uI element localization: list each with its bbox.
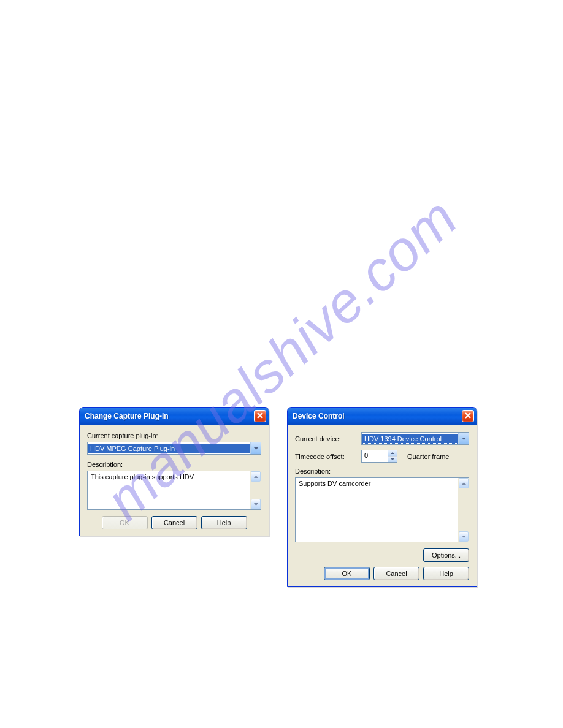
scroll-down-icon[interactable] bbox=[251, 499, 261, 509]
timecode-offset-value[interactable]: 0 bbox=[361, 450, 388, 463]
scrollbar[interactable] bbox=[458, 478, 469, 542]
device-control-dialog: Device Control Current device: HDV 1394 … bbox=[287, 407, 477, 587]
titlebar[interactable]: Device Control bbox=[288, 408, 477, 425]
description-label: Description: bbox=[87, 461, 261, 468]
description-text: This capture plug-in supports HDV. bbox=[88, 471, 250, 509]
chevron-down-icon[interactable] bbox=[250, 442, 261, 454]
current-device-combo[interactable]: HDV 1394 Device Control bbox=[361, 432, 469, 445]
options-button[interactable]: Options... bbox=[423, 548, 469, 562]
scrollbar[interactable] bbox=[250, 471, 261, 509]
combo-selected-text: HDV 1394 Device Control bbox=[362, 434, 458, 444]
close-icon bbox=[465, 412, 471, 420]
dialog-title: Device Control bbox=[293, 412, 345, 420]
cancel-button[interactable]: Cancel bbox=[373, 567, 419, 580]
spin-down-icon[interactable] bbox=[388, 457, 397, 462]
scroll-down-icon[interactable] bbox=[459, 531, 469, 542]
cancel-button[interactable]: Cancel bbox=[151, 516, 197, 529]
timecode-unit-label: Quarter frame bbox=[407, 453, 449, 460]
description-textarea[interactable]: This capture plug-in supports HDV. bbox=[87, 471, 261, 510]
close-button[interactable] bbox=[254, 410, 266, 422]
help-button[interactable]: Help bbox=[423, 567, 469, 580]
close-icon bbox=[257, 412, 263, 420]
ok-button: OK bbox=[102, 516, 148, 529]
current-plugin-combo[interactable]: HDV MPEG Capture Plug-in bbox=[87, 442, 261, 455]
timecode-offset-spinner[interactable]: 0 bbox=[361, 450, 397, 463]
scroll-up-icon[interactable] bbox=[459, 478, 469, 488]
description-textarea[interactable]: Supports DV camcorder bbox=[295, 477, 469, 542]
current-plugin-label: Current capture plug-in: bbox=[87, 432, 261, 439]
timecode-offset-label: Timecode offset: bbox=[295, 453, 356, 460]
spin-up-icon[interactable] bbox=[388, 450, 397, 457]
dialog-title: Change Capture Plug-in bbox=[85, 412, 169, 420]
ok-button[interactable]: OK bbox=[324, 567, 370, 580]
combo-selected-text: HDV MPEG Capture Plug-in bbox=[88, 444, 250, 453]
scroll-up-icon[interactable] bbox=[251, 471, 261, 482]
description-label: Description: bbox=[295, 468, 469, 475]
change-capture-plugin-dialog: Change Capture Plug-in Current capture p… bbox=[79, 407, 269, 536]
description-text: Supports DV camcorder bbox=[296, 478, 458, 542]
close-button[interactable] bbox=[462, 410, 474, 422]
titlebar[interactable]: Change Capture Plug-in bbox=[80, 408, 269, 425]
current-device-label: Current device: bbox=[295, 435, 356, 442]
help-button[interactable]: Help bbox=[201, 516, 247, 529]
chevron-down-icon[interactable] bbox=[458, 433, 469, 444]
